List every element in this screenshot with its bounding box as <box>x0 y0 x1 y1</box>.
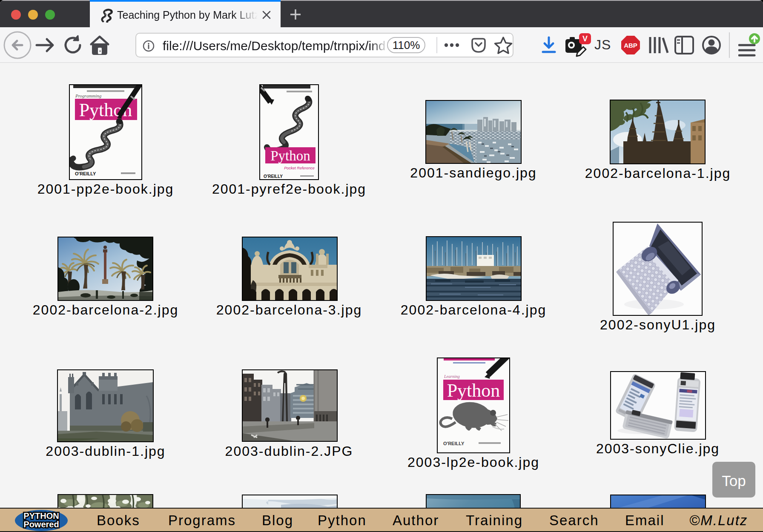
svg-text:O'REILLY: O'REILLY <box>75 171 96 176</box>
svg-text:Python: Python <box>447 380 500 401</box>
svg-text:ABP: ABP <box>624 42 637 49</box>
svg-text:Powered: Powered <box>23 520 59 529</box>
svg-text:Learning: Learning <box>444 374 460 379</box>
svg-text:V: V <box>582 34 588 43</box>
svg-text:O'REILLY: O'REILLY <box>443 441 465 446</box>
svg-text:Pocket Reference: Pocket Reference <box>284 166 315 170</box>
svg-text:Python: Python <box>270 148 310 163</box>
svg-text:PYTHON: PYTHON <box>23 511 59 521</box>
svg-text:O'REILLY: O'REILLY <box>264 174 283 179</box>
svg-text:Programming: Programming <box>75 93 102 98</box>
